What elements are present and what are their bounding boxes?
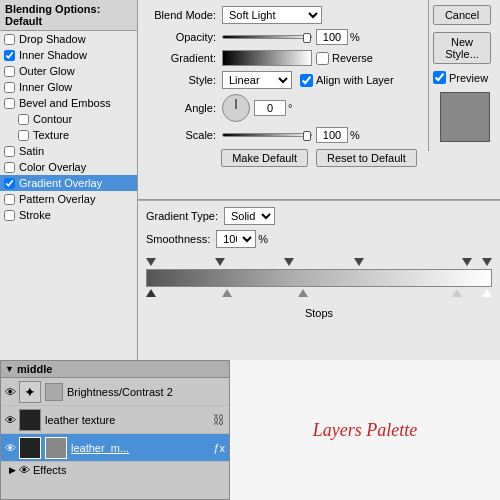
style-label: Style: [146,74,216,86]
smoothness-label: Smoothness: [146,233,210,245]
checkbox-pattern-overlay[interactable] [4,194,15,205]
scale-slider-thumb[interactable] [303,131,311,141]
color-stop-3[interactable] [298,289,308,297]
sidebar-item-color-overlay[interactable]: Color Overlay [0,159,137,175]
smoothness-select[interactable]: 100 [216,230,256,248]
scale-unit: % [350,129,360,141]
opacity-input[interactable] [316,29,348,45]
opacity-stop-5[interactable] [462,258,472,266]
sidebar-item-stroke[interactable]: Stroke [0,207,137,223]
scale-input[interactable] [316,127,348,143]
checkbox-inner-glow[interactable] [4,82,15,93]
gradient-bar-container [146,254,492,301]
color-stops-row [146,287,492,301]
angle-input[interactable] [254,100,286,116]
color-stop-5[interactable] [482,289,492,297]
sidebar-item-bevel-and-emboss[interactable]: Bevel and Emboss [0,95,137,111]
layer-thumb-leather-m [19,437,41,459]
reset-default-button[interactable]: Reset to Default [316,149,417,167]
effects-label: Effects [33,464,66,476]
layer-name-leather: leather texture [45,414,213,426]
sidebar-item-pattern-overlay[interactable]: Pattern Overlay [0,191,137,207]
gradient-bar[interactable] [146,269,492,287]
sidebar-item-texture[interactable]: Texture [0,127,137,143]
opacity-slider-thumb[interactable] [303,33,311,43]
checkbox-bevel-and-emboss[interactable] [4,98,15,109]
gradient-type-row: Gradient Type: Solid [146,207,492,225]
align-layer-checkbox[interactable] [300,74,313,87]
sidebar-item-inner-glow[interactable]: Inner Glow [0,79,137,95]
sidebar-item-gradient-overlay[interactable]: Gradient Overlay [0,175,137,191]
color-stop-2[interactable] [222,284,232,297]
preview-box [440,92,490,142]
visibility-icon-leather[interactable]: 👁 [5,414,16,426]
opacity-stop-2[interactable] [215,258,225,266]
layers-palette-title: middle [17,363,52,375]
checkbox-texture[interactable] [18,130,29,141]
layers-palette-text: Layers Palette [313,420,417,441]
opacity-stop-1[interactable] [146,258,156,266]
color-stop-4[interactable] [452,289,462,297]
gradient-type-select[interactable]: Solid [224,207,275,225]
action-buttons: Make Default Reset to Default [146,149,492,167]
checkbox-stroke[interactable] [4,210,15,221]
layer-row-leather[interactable]: 👁 leather texture ⛓ [1,406,229,434]
fx-icon: ƒx [213,442,225,454]
panel-title: Blending Options: Default [0,0,137,31]
layer-mask-brightness [45,383,63,401]
stops-label: Stops [146,307,492,319]
checkbox-drop-shadow[interactable] [4,34,15,45]
sidebar-item-satin[interactable]: Satin [0,143,137,159]
layer-row-brightness[interactable]: 👁 ✦ Brightness/Contrast 2 [1,378,229,406]
label-bevel-and-emboss: Bevel and Emboss [19,97,111,109]
sidebar-item-inner-shadow[interactable]: Inner Shadow [0,47,137,63]
label-contour: Contour [33,113,72,125]
reverse-checkbox[interactable] [316,52,329,65]
checkbox-gradient-overlay[interactable] [4,178,15,189]
angle-unit: ° [288,102,292,114]
visibility-icon-brightness[interactable]: 👁 [5,386,16,398]
checkbox-satin[interactable] [4,146,15,157]
label-inner-glow: Inner Glow [19,81,72,93]
layers-palette-header: ▼ middle [1,361,229,378]
opacity-stop-6[interactable] [482,258,492,266]
checkbox-outer-glow[interactable] [4,66,15,77]
effects-collapse-icon[interactable]: ▶ [9,465,16,475]
effects-visibility-icon[interactable]: 👁 [19,464,30,476]
cancel-button[interactable]: Cancel [433,5,491,25]
sidebar-item-contour[interactable]: Contour [0,111,137,127]
new-style-button[interactable]: New Style... [433,32,491,64]
opacity-stop-3[interactable] [284,258,294,266]
opacity-stop-4[interactable] [354,258,364,266]
gradient-preview[interactable] [222,50,312,66]
blend-mode-label: Blend Mode: [146,9,216,21]
scale-slider-track[interactable] [222,133,312,137]
visibility-icon-leather-m[interactable]: 👁 [5,442,16,454]
layers-palette: ▼ middle 👁 ✦ Brightness/Contrast 2 👁 lea… [0,360,230,500]
angle-dial[interactable] [222,94,250,122]
checkbox-contour[interactable] [18,114,29,125]
color-stop-1[interactable] [146,289,156,297]
layer-name-brightness: Brightness/Contrast 2 [67,386,225,398]
reverse-checkbox-container: Reverse [316,52,373,65]
smoothness-unit: % [258,233,268,245]
make-default-button[interactable]: Make Default [221,149,308,167]
layer-row-leather-m[interactable]: 👁 leather_m... ƒx [1,434,229,462]
layer-name-leather-m: leather_m... [71,442,209,454]
scale-label: Scale: [146,129,216,141]
preview-checkbox[interactable] [433,71,446,84]
checkbox-color-overlay[interactable] [4,162,15,173]
sidebar-item-outer-glow[interactable]: Outer Glow [0,63,137,79]
layer-mask-leather-m [45,437,67,459]
preview-container: Preview [433,71,496,84]
blend-mode-select[interactable]: Soft Light [222,6,322,24]
reverse-label: Reverse [332,52,373,64]
style-select[interactable]: Linear [222,71,292,89]
label-pattern-overlay: Pattern Overlay [19,193,95,205]
sidebar-item-drop-shadow[interactable]: Drop Shadow [0,31,137,47]
layer-thumb-leather [19,409,41,431]
opacity-slider-track[interactable] [222,35,312,39]
checkbox-inner-shadow[interactable] [4,50,15,61]
collapse-icon[interactable]: ▼ [5,364,14,374]
label-stroke: Stroke [19,209,51,221]
